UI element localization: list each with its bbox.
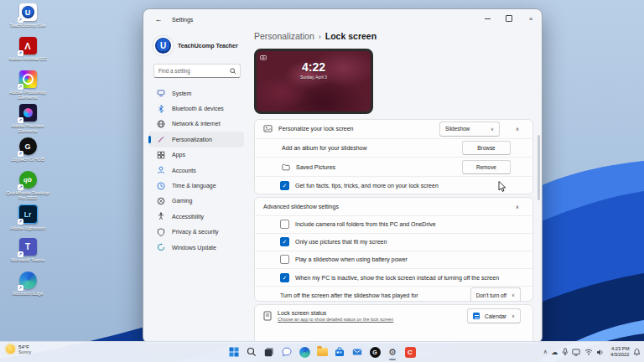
remove-button[interactable]: Remove (462, 160, 511, 174)
edge-button[interactable] (297, 344, 312, 360)
clock-time: 4:23 PM (610, 346, 630, 352)
desktop-icon-quickbooks[interactable]: qb↗ QuickBooks Desktop Pro 2022 (3, 171, 52, 202)
personalize-dropdown[interactable]: Slideshow ∨ (439, 122, 500, 137)
desktop-icon-ghub[interactable]: G↗ Logitech G HUB (3, 137, 52, 168)
globe-icon (157, 120, 165, 128)
advanced-header-row: Advanced slideshow settings ∧ (255, 198, 532, 215)
chevron-down-icon: ∨ (512, 292, 515, 297)
sun-icon (6, 344, 15, 354)
sidebar-item-gaming[interactable]: Gaming (148, 194, 244, 209)
search-button[interactable] (244, 344, 259, 360)
ghub-button[interactable]: G (367, 344, 382, 360)
status-title: Lock screen status (278, 310, 461, 316)
fun-facts-checkbox[interactable] (280, 181, 289, 190)
desktop-icon-acrobat[interactable]: Λ↗ Adobe Acrobat DC (3, 37, 52, 68)
mail-icon (352, 347, 362, 357)
desktop-icon-photoshop-elements[interactable]: ↗ Adobe Photoshop Elements (3, 70, 52, 101)
search-placeholder: Find a setting (158, 68, 230, 74)
shortcut-arrow-icon: ↗ (18, 251, 23, 257)
preview-time: 4:22 (257, 60, 371, 74)
shield-icon (157, 228, 165, 236)
breadcrumb-separator: › (319, 33, 321, 41)
desktop-icon-edge[interactable]: ↗ Microsoft Edge (3, 272, 52, 303)
taskbar-center-icons: G ⚙ C (226, 342, 418, 362)
start-button[interactable] (226, 344, 242, 360)
sidebar-item-personalization[interactable]: Personalization (148, 132, 244, 147)
volume-icon[interactable] (596, 349, 604, 356)
teams-icon: T↗ (19, 238, 37, 256)
battery-power-row: Play a slideshow when using battery powe… (255, 251, 532, 268)
status-app-dropdown[interactable]: Calendar ∨ (467, 308, 521, 323)
lock-screen-image-icon (263, 124, 273, 133)
camtasia-button[interactable]: C (402, 344, 418, 360)
advanced-slideshow-card: Advanced slideshow settings ∧ Include ca… (254, 197, 533, 302)
collapse-advanced-button[interactable]: ∧ (511, 199, 524, 213)
fun-facts-row: Get fun facts, tips, tricks, and more on… (255, 176, 532, 194)
fit-screen-row: Only use pictures that fit my screen (255, 233, 532, 251)
apps-grid-icon (157, 151, 165, 159)
premiere-elements-icon: ↗ (19, 104, 37, 122)
settings-button[interactable]: ⚙ (385, 344, 400, 360)
lock-screen-status-card: Lock screen status Choose an app to show… (254, 304, 533, 344)
desktop-icon-teams[interactable]: T↗ Microsoft Teams (3, 238, 52, 269)
turn-off-screen-row: Turn off the screen after the slideshow … (255, 286, 532, 302)
edge-icon (299, 347, 310, 358)
photoshop-elements-icon: ↗ (19, 70, 37, 88)
collapse-personalize-button[interactable]: ∧ (511, 122, 524, 136)
file-explorer-button[interactable] (314, 344, 330, 360)
xbox-icon (157, 197, 165, 205)
task-view-button[interactable] (262, 344, 277, 360)
taskbar-clock[interactable]: 4:23 PM 4/3/2022 (610, 346, 630, 358)
weather-widget[interactable]: 54°F Sunny (6, 344, 31, 354)
battery-power-checkbox[interactable] (280, 255, 289, 264)
tray-chevron-up-icon[interactable]: ∧ (543, 349, 548, 355)
desktop-icon-teachucomp[interactable]: U↗ TeachUcomp Site (3, 3, 52, 34)
sidebar-item-apps[interactable]: Apps (148, 147, 244, 163)
sidebar-item-accessibility[interactable]: Accessibility (148, 209, 244, 224)
camera-roll-row: Include camera roll folders from this PC… (255, 215, 532, 233)
sidebar-item-windows-update[interactable]: Windows Update (148, 240, 244, 255)
personalize-lock-screen-card: Personalize your lock screen Slideshow ∨… (254, 119, 533, 194)
browse-button[interactable]: Browse (462, 141, 511, 155)
search-input[interactable]: Find a setting (153, 64, 241, 78)
display-icon[interactable] (572, 349, 580, 356)
store-button[interactable] (332, 344, 347, 360)
saved-pictures-row: Saved Pictures Remove (255, 157, 532, 176)
page-title: Lock screen (325, 31, 377, 41)
sidebar-item-time-language[interactable]: Time & language (148, 178, 244, 193)
camera-roll-checkbox[interactable] (280, 220, 289, 229)
sidebar-item-system[interactable]: System (148, 85, 244, 101)
shortcut-arrow-icon: ↗ (18, 17, 23, 23)
sidebar-nav: System Bluetooth & devices Network & int… (143, 85, 249, 255)
teachucomp-icon: U↗ (19, 3, 37, 21)
task-view-icon (264, 347, 274, 357)
status-subtitle-link[interactable]: Choose an app to show detailed status on… (278, 317, 461, 322)
sidebar-item-bluetooth-devices[interactable]: Bluetooth & devices (148, 101, 244, 116)
mail-button[interactable] (350, 344, 365, 360)
user-name: TeachUcomp Teacher (178, 43, 238, 49)
lightroom-icon: Lr↗ (18, 204, 38, 224)
desktop-icon-lightroom[interactable]: Lr↗ Adobe Lightroom (3, 204, 52, 235)
network-wifi-icon[interactable] (584, 349, 593, 355)
user-account[interactable]: U TeachUcomp Teacher (153, 36, 249, 55)
shortcut-arrow-icon: ↗ (18, 184, 23, 190)
sidebar-item-accounts[interactable]: Accounts (148, 163, 244, 178)
fit-screen-checkbox[interactable] (280, 237, 289, 246)
scrollbar[interactable] (538, 135, 540, 200)
notification-bell-icon[interactable] (633, 348, 641, 356)
search-icon (230, 68, 236, 75)
chat-button[interactable] (279, 344, 294, 360)
breadcrumb-personalization[interactable]: Personalization (254, 31, 314, 41)
start-icon (229, 347, 239, 357)
turn-off-dropdown[interactable]: Don't turn off ∨ (470, 287, 521, 302)
ghub-icon: G↗ (19, 137, 37, 155)
sidebar-item-privacy-security[interactable]: Privacy & security (148, 225, 244, 240)
microphone-icon[interactable] (562, 348, 569, 356)
pc-inactive-checkbox[interactable] (280, 273, 289, 282)
onedrive-cloud-icon[interactable]: ☁ (551, 349, 558, 356)
sidebar-item-network-internet[interactable]: Network & internet (148, 116, 244, 132)
search-icon (247, 347, 257, 357)
back-button[interactable]: ← (150, 12, 167, 27)
chat-icon (282, 347, 292, 357)
desktop-icon-premiere-elements[interactable]: ↗ Adobe Premiere Elements (3, 104, 52, 135)
